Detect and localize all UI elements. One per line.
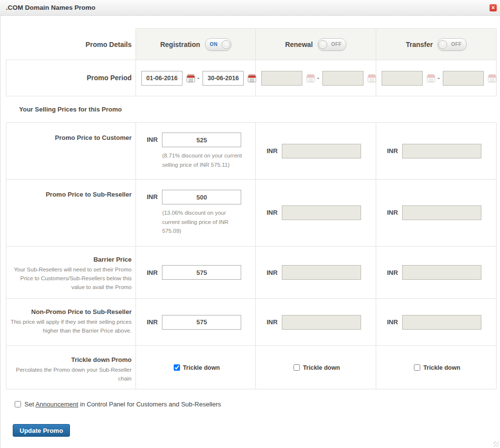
registration-trickle-cell: Trickle down (136, 346, 256, 389)
date-range-separator: - (197, 74, 199, 82)
renewal-customer-price-input (282, 144, 361, 158)
registration-non-promo-price-input[interactable] (162, 315, 241, 330)
transfer-non-promo-price-cell: INR (376, 299, 497, 346)
currency-label: INR (267, 209, 277, 216)
date-range-separator: - (437, 74, 439, 82)
date-range-separator: - (317, 74, 319, 82)
transfer-customer-price-input (402, 144, 481, 158)
resize-grip[interactable] (494, 442, 499, 447)
renewal-non-promo-price-cell: INR (256, 299, 376, 346)
registration-period-to-input[interactable] (203, 71, 244, 86)
renewal-label: Renewal (285, 41, 313, 48)
modal-titlebar: .COM Domain Names Promo (0, 0, 500, 16)
announcement-text-prefix: Set (24, 401, 35, 408)
trickle-checkbox-label: Trickle down (303, 364, 340, 371)
sub-reseller-price-row: Promo Price to Sub-Reseller INR (13.06% … (6, 179, 497, 246)
calendar-icon (306, 74, 315, 83)
customer-price-row: Promo Price to Customer INR (8.71% disco… (6, 123, 497, 179)
trickle-down-description: Percolates the Promo down your Sub-Resel… (6, 366, 132, 383)
transfer-toggle[interactable]: OFF (437, 38, 466, 51)
renewal-sub-reseller-price-input (282, 205, 361, 220)
transfer-period-from-input (382, 71, 423, 86)
sub-reseller-discount-note: (13.06% discount on your current selling… (162, 208, 244, 235)
registration-header-cell: Registration ON (136, 29, 256, 60)
transfer-non-promo-price-input (402, 315, 481, 330)
trickle-down-label: Trickle down Promo (6, 356, 132, 364)
registration-customer-price-input[interactable] (162, 133, 241, 147)
modal-title: .COM Domain Names Promo (6, 4, 95, 11)
selling-prices-section-row: Your Selling Prices for this Promo (6, 96, 497, 123)
currency-label: INR (387, 318, 398, 326)
transfer-trickle-cell: Trickle down (376, 346, 497, 389)
promo-period-row: Promo Period - - - (6, 60, 497, 96)
close-icon[interactable]: × (489, 4, 497, 12)
transfer-sub-reseller-price-input (402, 205, 481, 220)
promo-period-label: Promo Period (87, 74, 132, 82)
promo-table: Promo Details Registration ON Renewal OF… (6, 28, 497, 389)
sub-reseller-price-label-cell: Promo Price to Sub-Reseller (6, 179, 136, 246)
customer-price-label-cell: Promo Price to Customer (6, 123, 136, 179)
transfer-toggle-state: OFF (447, 42, 465, 47)
currency-label: INR (147, 136, 158, 143)
renewal-non-promo-price-input (282, 315, 361, 330)
promo-details-label: Promo Details (86, 41, 132, 48)
currency-label: INR (267, 318, 277, 326)
transfer-barrier-price-input (402, 265, 481, 280)
calendar-icon[interactable] (248, 74, 256, 83)
trickle-checkbox-label: Trickle down (423, 364, 460, 371)
renewal-sub-reseller-price-cell: INR (256, 179, 376, 246)
renewal-toggle[interactable]: OFF (318, 38, 346, 51)
registration-toggle[interactable]: ON (205, 38, 231, 51)
update-promo-button[interactable]: Update Promo (13, 424, 70, 437)
currency-label: INR (387, 269, 398, 276)
renewal-customer-price-cell: INR (256, 123, 376, 179)
renewal-period-from-input (261, 71, 302, 86)
registration-sub-reseller-price-input[interactable] (162, 190, 241, 204)
barrier-price-row: Barrier Price Your Sub-Resellers will ne… (6, 246, 497, 299)
sub-reseller-price-label: Promo Price to Sub-Reseller (6, 190, 132, 199)
renewal-period-cell: - (256, 60, 376, 96)
currency-label: INR (267, 147, 277, 155)
registration-customer-price-cell: INR (8.71% discount on your current sell… (136, 123, 256, 179)
renewal-barrier-price-cell: INR (256, 246, 376, 299)
registration-period-cell: - (136, 60, 256, 96)
transfer-trickle-checkbox[interactable] (414, 364, 420, 371)
barrier-price-label: Barrier Price (6, 255, 132, 264)
registration-barrier-price-cell: INR (136, 246, 256, 299)
currency-label: INR (147, 318, 158, 326)
non-promo-price-row: Non-Promo Price to Sub-Reseller This pri… (6, 299, 497, 346)
modal-body: Promo Details Registration ON Renewal OF… (0, 16, 500, 437)
currency-label: INR (387, 209, 398, 216)
transfer-trickle-option[interactable]: Trickle down (412, 364, 460, 371)
registration-toggle-state: ON (206, 42, 222, 47)
toggle-knob-icon (222, 40, 230, 49)
registration-trickle-checkbox[interactable] (174, 364, 180, 371)
trickle-down-label-cell: Trickle down Promo Percolates the Promo … (6, 346, 136, 389)
registration-barrier-price-input[interactable] (162, 265, 241, 280)
renewal-trickle-cell: Trickle down (256, 346, 376, 389)
currency-label: INR (267, 269, 277, 276)
barrier-price-description: Your Sub-Resellers will need to set thei… (6, 266, 132, 291)
transfer-barrier-price-cell: INR (376, 246, 497, 299)
transfer-label: Transfer (406, 41, 432, 48)
promo-details-header: Promo Details (6, 29, 136, 60)
registration-period-from-input[interactable] (141, 71, 182, 86)
renewal-trickle-option[interactable]: Trickle down (292, 364, 340, 371)
table-header-row: Promo Details Registration ON Renewal OF… (6, 29, 497, 60)
registration-non-promo-price-cell: INR (136, 299, 256, 346)
selling-prices-section-header: Your Selling Prices for this Promo (6, 96, 497, 123)
calendar-icon (488, 74, 497, 83)
announcement-checkbox[interactable] (15, 401, 21, 407)
barrier-price-label-cell: Barrier Price Your Sub-Resellers will ne… (6, 246, 136, 299)
calendar-icon[interactable] (186, 74, 195, 83)
renewal-toggle-state: OFF (327, 42, 345, 47)
currency-label: INR (147, 193, 158, 201)
transfer-customer-price-cell: INR (376, 123, 497, 179)
renewal-period-to-input (322, 71, 364, 86)
customer-price-label: Promo Price to Customer (6, 134, 132, 142)
renewal-trickle-checkbox[interactable] (294, 364, 300, 371)
toggle-knob-icon (318, 40, 327, 49)
registration-trickle-option[interactable]: Trickle down (172, 364, 220, 371)
announcement-link[interactable]: Announcement (35, 401, 78, 408)
toggle-knob-icon (438, 40, 447, 49)
